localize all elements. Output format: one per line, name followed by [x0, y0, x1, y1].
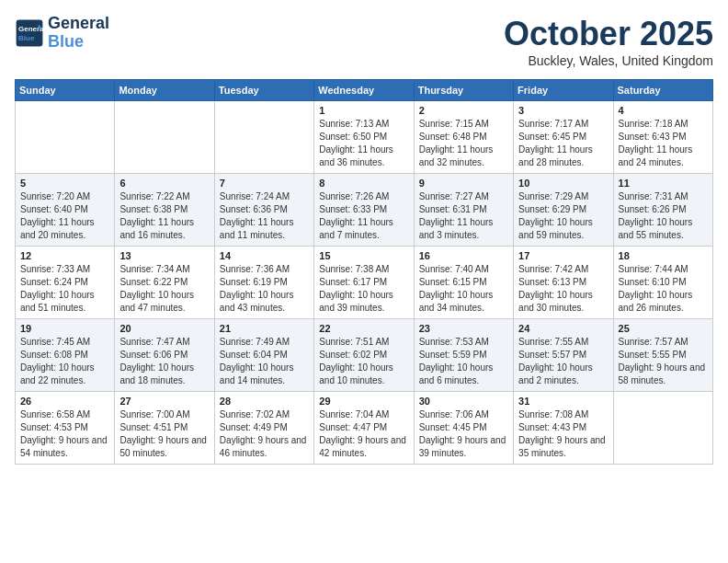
day-info: Sunrise: 7:49 AM Sunset: 6:04 PM Dayligh…	[220, 336, 309, 387]
day-info: Sunrise: 6:58 AM Sunset: 4:53 PM Dayligh…	[20, 408, 109, 460]
day-number: 2	[419, 105, 508, 116]
day-cell: 23 Sunrise: 7:53 AM Sunset: 5:59 PM Dayl…	[414, 319, 513, 392]
day-info: Sunrise: 7:47 AM Sunset: 6:06 PM Dayligh…	[119, 336, 209, 387]
day-cell: 30 Sunrise: 7:06 AM Sunset: 4:45 PM Dayl…	[414, 392, 513, 465]
day-info: Sunrise: 7:18 AM Sunset: 6:43 PM Dayligh…	[619, 118, 708, 169]
day-info: Sunrise: 7:38 AM Sunset: 6:17 PM Dayligh…	[319, 263, 408, 315]
day-info: Sunrise: 7:02 AM Sunset: 4:49 PM Dayligh…	[220, 408, 309, 460]
week-row-5: 26 Sunrise: 6:58 AM Sunset: 4:53 PM Dayl…	[16, 392, 713, 465]
day-info: Sunrise: 7:51 AM Sunset: 6:02 PM Dayligh…	[319, 336, 408, 387]
day-info: Sunrise: 7:53 AM Sunset: 5:59 PM Dayligh…	[419, 336, 508, 387]
day-cell: 31 Sunrise: 7:08 AM Sunset: 4:43 PM Dayl…	[514, 392, 613, 465]
day-info: Sunrise: 7:15 AM Sunset: 6:48 PM Dayligh…	[419, 118, 508, 169]
day-info: Sunrise: 7:45 AM Sunset: 6:08 PM Dayligh…	[20, 336, 109, 387]
day-info: Sunrise: 7:57 AM Sunset: 5:55 PM Dayligh…	[619, 336, 708, 387]
week-row-3: 12 Sunrise: 7:33 AM Sunset: 6:24 PM Dayl…	[16, 247, 713, 319]
header-cell-friday: Friday	[514, 80, 613, 101]
day-cell: 27 Sunrise: 7:00 AM Sunset: 4:51 PM Dayl…	[115, 392, 214, 465]
day-number: 19	[20, 323, 109, 334]
day-cell: 17 Sunrise: 7:42 AM Sunset: 6:13 PM Dayl…	[514, 247, 613, 319]
day-info: Sunrise: 7:31 AM Sunset: 6:26 PM Dayligh…	[619, 190, 708, 242]
day-number: 29	[319, 396, 408, 407]
header-cell-thursday: Thursday	[414, 80, 513, 101]
day-number: 24	[518, 323, 608, 334]
day-number: 6	[119, 178, 209, 189]
day-info: Sunrise: 7:17 AM Sunset: 6:45 PM Dayligh…	[518, 118, 608, 169]
day-info: Sunrise: 7:36 AM Sunset: 6:19 PM Dayligh…	[220, 263, 309, 315]
day-cell: 26 Sunrise: 6:58 AM Sunset: 4:53 PM Dayl…	[16, 392, 115, 465]
day-number: 30	[419, 396, 508, 407]
day-info: Sunrise: 7:29 AM Sunset: 6:29 PM Dayligh…	[518, 190, 608, 242]
logo-text-line2: Blue	[48, 33, 109, 52]
day-number: 10	[518, 178, 608, 189]
day-cell: 21 Sunrise: 7:49 AM Sunset: 6:04 PM Dayl…	[214, 319, 313, 392]
day-cell: 6 Sunrise: 7:22 AM Sunset: 6:38 PM Dayli…	[115, 174, 214, 247]
day-cell: 24 Sunrise: 7:55 AM Sunset: 5:57 PM Dayl…	[514, 319, 613, 392]
day-info: Sunrise: 7:33 AM Sunset: 6:24 PM Dayligh…	[20, 263, 109, 315]
day-info: Sunrise: 7:26 AM Sunset: 6:33 PM Dayligh…	[319, 190, 408, 242]
day-cell: 1 Sunrise: 7:13 AM Sunset: 6:50 PM Dayli…	[314, 101, 414, 174]
day-cell: 11 Sunrise: 7:31 AM Sunset: 6:26 PM Dayl…	[613, 174, 712, 247]
day-cell	[613, 392, 712, 465]
header-cell-wednesday: Wednesday	[314, 80, 414, 101]
day-cell: 19 Sunrise: 7:45 AM Sunset: 6:08 PM Dayl…	[16, 319, 115, 392]
day-number: 9	[419, 178, 508, 189]
day-cell: 28 Sunrise: 7:02 AM Sunset: 4:49 PM Dayl…	[214, 392, 313, 465]
logo-icon: General Blue	[15, 18, 44, 48]
title-block: October 2025 Buckley, Wales, United King…	[504, 15, 713, 68]
header-cell-saturday: Saturday	[613, 80, 712, 101]
day-cell: 5 Sunrise: 7:20 AM Sunset: 6:40 PM Dayli…	[16, 174, 115, 247]
day-number: 28	[220, 396, 309, 407]
header-cell-tuesday: Tuesday	[214, 80, 313, 101]
day-cell: 25 Sunrise: 7:57 AM Sunset: 5:55 PM Dayl…	[613, 319, 712, 392]
day-cell	[16, 101, 115, 174]
header-cell-sunday: Sunday	[16, 80, 115, 101]
logo: General Blue General Blue	[15, 15, 109, 52]
day-cell: 3 Sunrise: 7:17 AM Sunset: 6:45 PM Dayli…	[514, 101, 613, 174]
day-cell: 9 Sunrise: 7:27 AM Sunset: 6:31 PM Dayli…	[414, 174, 513, 247]
day-number: 14	[220, 250, 309, 261]
day-number: 4	[619, 105, 708, 116]
calendar-table: SundayMondayTuesdayWednesdayThursdayFrid…	[15, 79, 713, 465]
day-cell: 2 Sunrise: 7:15 AM Sunset: 6:48 PM Dayli…	[414, 101, 513, 174]
day-number: 15	[319, 250, 408, 261]
day-number: 1	[319, 105, 408, 116]
day-cell: 20 Sunrise: 7:47 AM Sunset: 6:06 PM Dayl…	[115, 319, 214, 392]
day-number: 12	[20, 250, 109, 261]
day-number: 7	[220, 178, 309, 189]
day-info: Sunrise: 7:20 AM Sunset: 6:40 PM Dayligh…	[20, 190, 109, 242]
day-number: 5	[20, 178, 109, 189]
day-number: 27	[119, 396, 209, 407]
day-info: Sunrise: 7:40 AM Sunset: 6:15 PM Dayligh…	[419, 263, 508, 315]
day-info: Sunrise: 7:42 AM Sunset: 6:13 PM Dayligh…	[518, 263, 608, 315]
day-number: 21	[220, 323, 309, 334]
day-cell: 18 Sunrise: 7:44 AM Sunset: 6:10 PM Dayl…	[613, 247, 712, 319]
day-cell: 12 Sunrise: 7:33 AM Sunset: 6:24 PM Dayl…	[16, 247, 115, 319]
day-info: Sunrise: 7:04 AM Sunset: 4:47 PM Dayligh…	[319, 408, 408, 460]
day-info: Sunrise: 7:13 AM Sunset: 6:50 PM Dayligh…	[319, 118, 408, 169]
day-cell	[115, 101, 214, 174]
month-title: October 2025	[504, 15, 713, 53]
day-info: Sunrise: 7:22 AM Sunset: 6:38 PM Dayligh…	[119, 190, 209, 242]
day-number: 16	[419, 250, 508, 261]
day-cell: 13 Sunrise: 7:34 AM Sunset: 6:22 PM Dayl…	[115, 247, 214, 319]
day-number: 25	[619, 323, 708, 334]
day-number: 26	[20, 396, 109, 407]
day-cell: 8 Sunrise: 7:26 AM Sunset: 6:33 PM Dayli…	[314, 174, 414, 247]
week-row-2: 5 Sunrise: 7:20 AM Sunset: 6:40 PM Dayli…	[16, 174, 713, 247]
week-row-4: 19 Sunrise: 7:45 AM Sunset: 6:08 PM Dayl…	[16, 319, 713, 392]
day-number: 3	[518, 105, 608, 116]
day-cell: 16 Sunrise: 7:40 AM Sunset: 6:15 PM Dayl…	[414, 247, 513, 319]
day-info: Sunrise: 7:55 AM Sunset: 5:57 PM Dayligh…	[518, 336, 608, 387]
day-cell	[214, 101, 313, 174]
day-cell: 7 Sunrise: 7:24 AM Sunset: 6:36 PM Dayli…	[214, 174, 313, 247]
day-cell: 4 Sunrise: 7:18 AM Sunset: 6:43 PM Dayli…	[613, 101, 712, 174]
day-number: 22	[319, 323, 408, 334]
day-cell: 29 Sunrise: 7:04 AM Sunset: 4:47 PM Dayl…	[314, 392, 414, 465]
day-info: Sunrise: 7:08 AM Sunset: 4:43 PM Dayligh…	[518, 408, 608, 460]
day-number: 18	[619, 250, 708, 261]
day-info: Sunrise: 7:00 AM Sunset: 4:51 PM Dayligh…	[119, 408, 209, 460]
day-number: 17	[518, 250, 608, 261]
day-cell: 14 Sunrise: 7:36 AM Sunset: 6:19 PM Dayl…	[214, 247, 313, 319]
day-cell: 22 Sunrise: 7:51 AM Sunset: 6:02 PM Dayl…	[314, 319, 414, 392]
